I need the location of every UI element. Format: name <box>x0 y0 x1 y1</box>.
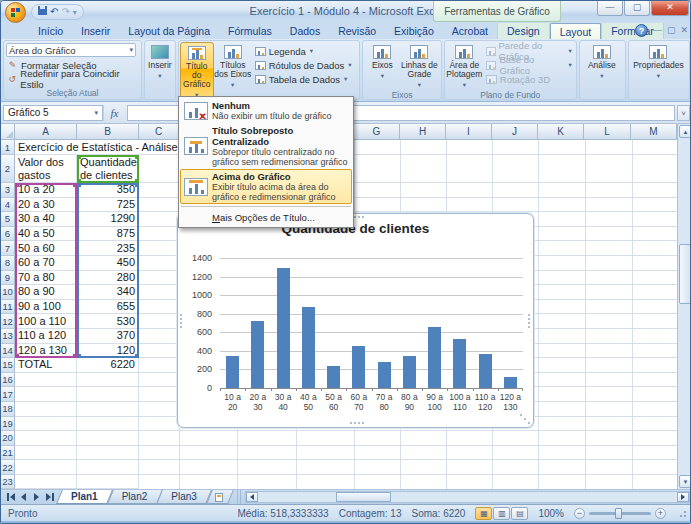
row-header-5[interactable]: 5 <box>1 212 15 227</box>
help-icon[interactable]: ? <box>635 24 648 37</box>
minimize-button[interactable]: — <box>597 1 623 16</box>
cell-a23[interactable] <box>15 475 77 490</box>
cell-a10[interactable]: 80 a 90 <box>15 285 77 300</box>
cell-b19[interactable] <box>77 417 139 432</box>
close-button[interactable]: ✕ <box>651 1 689 16</box>
menu-item-Título Sobreposto Centralizado[interactable]: Título Sobreposto CentralizadoSobrepor t… <box>180 123 352 169</box>
tab-Fórmulas[interactable]: Fórmulas <box>219 23 281 39</box>
next-sheet-button[interactable] <box>31 492 42 503</box>
cell-b14[interactable]: 120 <box>77 344 139 359</box>
cell-a17[interactable] <box>15 387 77 402</box>
column-header-J[interactable]: J <box>492 124 538 140</box>
cell-b16[interactable] <box>77 373 139 388</box>
cell-b7[interactable]: 235 <box>77 241 139 256</box>
horizontal-scrollbar-thumb[interactable] <box>336 492 391 502</box>
cell-a13[interactable]: 110 a 120 <box>15 329 77 344</box>
tab-Design[interactable]: Design <box>497 23 550 39</box>
column-header-B[interactable]: B <box>77 124 139 140</box>
row-header-19[interactable]: 19 <box>1 417 15 432</box>
workbook-minimize-button[interactable]: — <box>653 24 662 37</box>
cell-b22[interactable] <box>77 460 139 475</box>
cell-b17[interactable] <box>77 387 139 402</box>
name-box[interactable]: Gráfico 5▾ <box>3 105 103 121</box>
properties-button[interactable]: Propriedades ▾ <box>630 42 686 87</box>
menu-item-more-title-options[interactable]: Mais Opções de Título... <box>180 209 352 226</box>
column-header-G[interactable]: G <box>354 124 400 140</box>
axes-button[interactable]: Eixos ▾ <box>364 42 400 89</box>
cell-a19[interactable] <box>15 417 77 432</box>
cell-b6[interactable]: 875 <box>77 227 139 242</box>
cell-b11[interactable]: 655 <box>77 300 139 315</box>
cell-a6[interactable]: 40 a 50 <box>15 227 77 242</box>
scroll-down-icon[interactable]: ▼ <box>679 475 691 488</box>
workbook-restore-button[interactable]: ▢ <box>667 24 676 37</box>
row-header-21[interactable]: 21 <box>1 446 15 461</box>
row-header-20[interactable]: 20 <box>1 431 15 446</box>
cell-b15[interactable]: 6220 <box>77 358 139 373</box>
chart-title-button[interactable]: Título do Gráfico ▾ <box>180 42 214 100</box>
chart-bar[interactable] <box>378 362 391 388</box>
cell-a11[interactable]: 90 a 100 <box>15 300 77 315</box>
row-header-9[interactable]: 9 <box>1 271 15 286</box>
cell-a18[interactable] <box>15 402 77 417</box>
insert-button[interactable]: Inserir ▾ <box>146 42 174 87</box>
ribbon-row-Legenda[interactable]: Legenda▾ <box>252 44 355 58</box>
scroll-left-icon[interactable] <box>246 492 258 502</box>
plot-area[interactable] <box>220 258 523 388</box>
cell-b21[interactable] <box>77 446 139 461</box>
column-header-L[interactable]: L <box>584 124 631 140</box>
cell-b9[interactable]: 280 <box>77 271 139 286</box>
select-all-corner[interactable] <box>1 124 15 140</box>
scroll-right-icon[interactable] <box>677 492 689 502</box>
column-header-A[interactable]: A <box>15 124 77 140</box>
last-sheet-button[interactable] <box>44 492 55 503</box>
row-header-6[interactable]: 6 <box>1 227 15 242</box>
tab-Revisão[interactable]: Revisão <box>329 23 385 39</box>
row-header-11[interactable]: 11 <box>1 300 15 315</box>
tab-split-handle[interactable] <box>237 490 243 504</box>
chart-bar[interactable] <box>504 377 517 388</box>
tab-Início[interactable]: Início <box>29 23 72 39</box>
vertical-scrollbar-thumb[interactable] <box>679 244 691 304</box>
normal-view-icon[interactable]: ▦ <box>475 507 492 520</box>
row-header-7[interactable]: 7 <box>1 241 15 256</box>
tab-Acrobat[interactable]: Acrobat <box>443 23 497 39</box>
analysis-button[interactable]: Análise ▾ <box>581 42 623 87</box>
column-header-I[interactable]: I <box>446 124 492 140</box>
tab-Exibição[interactable]: Exibição <box>385 23 443 39</box>
zoom-slider-thumb[interactable] <box>615 508 622 519</box>
resize-grip[interactable] <box>678 509 686 517</box>
insert-function-button[interactable]: fx <box>103 105 125 121</box>
cell-a12[interactable]: 100 a 110 <box>15 314 77 329</box>
chart-bar[interactable] <box>479 354 492 388</box>
column-header-H[interactable]: H <box>400 124 446 140</box>
ribbon-row-Rótulos de Dados[interactable]: Rótulos de Dados▾ <box>252 58 355 72</box>
cell-b5[interactable]: 1290 <box>77 212 139 227</box>
maximize-button[interactable]: ▢ <box>624 1 650 16</box>
cell-a21[interactable] <box>15 446 77 461</box>
row-header-1[interactable]: 1 <box>1 140 15 155</box>
cell-a22[interactable] <box>15 460 77 475</box>
row-header-17[interactable]: 17 <box>1 387 15 402</box>
chart-bar[interactable] <box>352 346 365 388</box>
tab-Inserir[interactable]: Inserir <box>72 23 119 39</box>
column-header-M[interactable]: M <box>631 124 677 140</box>
tab-Layout[interactable]: Layout <box>550 23 602 39</box>
row-header-10[interactable]: 10 <box>1 285 15 300</box>
cell-b10[interactable]: 340 <box>77 285 139 300</box>
vertical-scrollbar[interactable]: ▲ ▼ <box>677 124 691 489</box>
chart-bar[interactable] <box>251 321 264 388</box>
scroll-up-icon[interactable]: ▲ <box>679 125 691 138</box>
cell-b13[interactable]: 370 <box>77 329 139 344</box>
cell-a14[interactable]: 120 a 130 <box>15 344 77 359</box>
row-header-3[interactable]: 3 <box>1 183 15 198</box>
cell-b20[interactable] <box>77 431 139 446</box>
menu-item-Nenhum[interactable]: NenhumNão exibir um título de gráfico <box>180 98 352 123</box>
row-header-14[interactable]: 14 <box>1 344 15 359</box>
cell-b4[interactable]: 725 <box>77 198 139 213</box>
cell-a7[interactable]: 50 a 60 <box>15 241 77 256</box>
previous-sheet-button[interactable] <box>18 492 29 503</box>
workbook-close-button[interactable]: ✕ <box>680 24 688 37</box>
page-layout-view-icon[interactable]: ▥ <box>493 507 510 520</box>
cell-a8[interactable]: 60 a 70 <box>15 256 77 271</box>
